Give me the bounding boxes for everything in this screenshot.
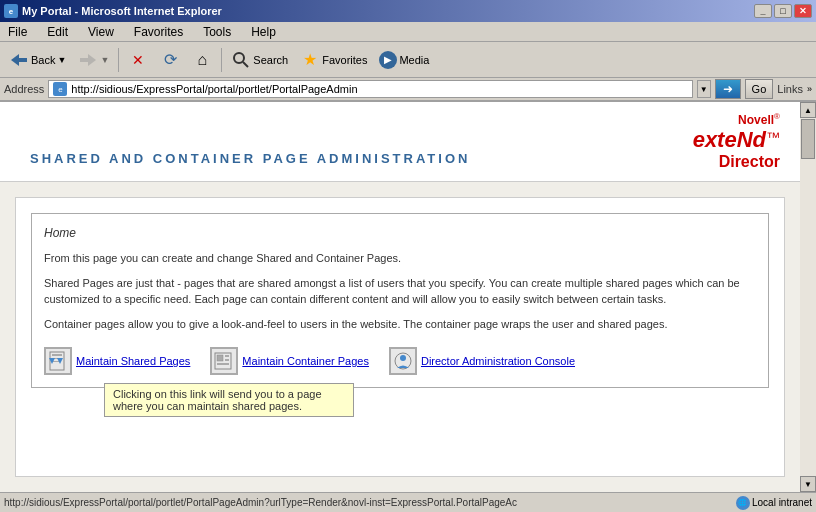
go-label: Go <box>752 83 767 95</box>
title-bar: e My Portal - Microsoft Internet Explore… <box>0 0 816 22</box>
maximize-button[interactable]: □ <box>774 4 792 18</box>
svg-rect-1 <box>18 58 27 62</box>
menu-help[interactable]: Help <box>247 23 280 41</box>
svg-rect-7 <box>52 354 62 356</box>
svg-rect-14 <box>225 355 229 357</box>
links-button[interactable]: Links <box>777 83 803 95</box>
svg-marker-2 <box>88 54 96 66</box>
browser-window: e My Portal - Microsoft Internet Explore… <box>0 0 816 512</box>
svg-point-4 <box>234 53 244 63</box>
logo-novell: Novell® <box>693 112 780 127</box>
content-panel: Home From this page you can create and c… <box>15 197 785 477</box>
search-toolbar-button[interactable]: Search <box>226 46 293 74</box>
container-pages-label[interactable]: Maintain Container Pages <box>242 355 369 367</box>
director-admin-link[interactable]: Director Administration Console <box>389 347 575 375</box>
director-text: Director <box>719 153 780 170</box>
back-label: Back <box>31 54 55 66</box>
search-label: Search <box>253 54 288 66</box>
zone-label: Local intranet <box>752 497 812 508</box>
page-title: SHARED AND CONTAINER PAGE ADMINISTRATION <box>30 151 470 171</box>
svg-rect-3 <box>80 58 89 62</box>
svg-rect-16 <box>217 363 229 365</box>
address-bar: Address e http://sidious/ExpressPortal/p… <box>0 78 816 102</box>
media-label: Media <box>399 54 429 66</box>
zone-indicator: 🌐 Local intranet <box>736 496 812 510</box>
address-input-wrapper: e http://sidious/ExpressPortal/portal/po… <box>48 80 692 98</box>
window-title: My Portal - Microsoft Internet Explorer <box>22 5 222 17</box>
zone-icon: 🌐 <box>736 496 750 510</box>
page-icon: e <box>53 82 67 96</box>
vertical-scrollbar: ▲ ▼ <box>800 102 816 492</box>
menu-favorites[interactable]: Favorites <box>130 23 187 41</box>
scroll-thumb[interactable] <box>801 119 815 159</box>
tooltip-text: Clicking on this link will send you to a… <box>113 388 322 412</box>
home-icon: ⌂ <box>192 50 212 70</box>
container-pages-icon <box>210 347 238 375</box>
tm-symbol: ™ <box>766 129 780 145</box>
browser-main: SHARED AND CONTAINER PAGE ADMINISTRATION… <box>0 102 800 492</box>
back-chevron[interactable]: ▼ <box>57 55 66 65</box>
novell-text: Novell <box>738 113 774 127</box>
extend-text: exteNd <box>693 127 766 152</box>
browser-icon: e <box>4 4 18 18</box>
separator-1 <box>118 48 119 72</box>
refresh-icon: ⟳ <box>160 50 180 70</box>
logo-extend-line: exteNd™ <box>693 127 780 153</box>
browser-body: SHARED AND CONTAINER PAGE ADMINISTRATION… <box>0 102 816 492</box>
panel-heading: Home <box>44 226 756 240</box>
svg-rect-15 <box>225 359 229 361</box>
maintain-shared-link[interactable]: Maintain Shared Pages <box>44 347 190 375</box>
favorites-label: Favorites <box>322 54 367 66</box>
maintain-container-link[interactable]: Maintain Container Pages <box>210 347 369 375</box>
menu-edit[interactable]: Edit <box>43 23 72 41</box>
favorites-toolbar-button[interactable]: ★ Favorites <box>295 46 372 74</box>
logo-director-line: Director <box>693 153 780 171</box>
links-chevron[interactable]: » <box>807 84 812 94</box>
links-section: Maintain Shared Pages <box>44 347 756 375</box>
address-input[interactable]: http://sidious/ExpressPortal/portal/port… <box>71 83 687 95</box>
svg-rect-13 <box>217 355 223 361</box>
stop-icon: ✕ <box>128 50 148 70</box>
menu-bar: File Edit View Favorites Tools Help <box>0 22 816 42</box>
page-header: SHARED AND CONTAINER PAGE ADMINISTRATION… <box>0 102 800 182</box>
svg-point-18 <box>400 355 406 361</box>
stop-button[interactable]: ✕ <box>123 46 153 74</box>
search-icon <box>231 50 251 70</box>
menu-file[interactable]: File <box>4 23 31 41</box>
panel-paragraph-2: Container pages allow you to give a look… <box>44 316 756 333</box>
minimize-button[interactable]: _ <box>754 4 772 18</box>
toolbar: Back ▼ ▼ ✕ ⟳ ⌂ Search ★ Fa <box>0 42 816 78</box>
forward-chevron[interactable]: ▼ <box>100 55 109 65</box>
menu-view[interactable]: View <box>84 23 118 41</box>
registered-symbol: ® <box>774 112 780 121</box>
logo-area: Novell® exteNd™ Director <box>693 112 780 171</box>
menu-tools[interactable]: Tools <box>199 23 235 41</box>
home-button[interactable]: ⌂ <box>187 46 217 74</box>
refresh-button[interactable]: ⟳ <box>155 46 185 74</box>
address-arrow[interactable]: ➜ <box>715 79 741 99</box>
svg-marker-0 <box>11 54 19 66</box>
go-button[interactable]: Go <box>745 79 774 99</box>
status-right: 🌐 Local intranet <box>736 496 812 510</box>
title-bar-controls: _ □ ✕ <box>754 4 812 18</box>
scroll-track[interactable] <box>800 118 816 476</box>
tooltip: Clicking on this link will send you to a… <box>104 383 354 417</box>
status-bar: http://sidious/ExpressPortal/portal/port… <box>0 492 816 512</box>
address-label: Address <box>4 83 44 95</box>
media-toolbar-button[interactable]: ▶ Media <box>374 46 434 74</box>
shared-pages-label[interactable]: Maintain Shared Pages <box>76 355 190 367</box>
home-panel: Home From this page you can create and c… <box>31 213 769 388</box>
back-button[interactable]: Back ▼ <box>4 46 71 74</box>
shared-pages-icon <box>44 347 72 375</box>
panel-paragraph-1: Shared Pages are just that - pages that … <box>44 275 756 308</box>
director-admin-label[interactable]: Director Administration Console <box>421 355 575 367</box>
content-area: SHARED AND CONTAINER PAGE ADMINISTRATION… <box>0 102 800 492</box>
separator-2 <box>221 48 222 72</box>
scroll-down-button[interactable]: ▼ <box>800 476 816 492</box>
close-button[interactable]: ✕ <box>794 4 812 18</box>
scroll-up-button[interactable]: ▲ <box>800 102 816 118</box>
favorites-icon: ★ <box>300 50 320 70</box>
address-dropdown[interactable]: ▼ <box>697 80 711 98</box>
forward-icon <box>78 50 98 70</box>
forward-button[interactable]: ▼ <box>73 46 114 74</box>
